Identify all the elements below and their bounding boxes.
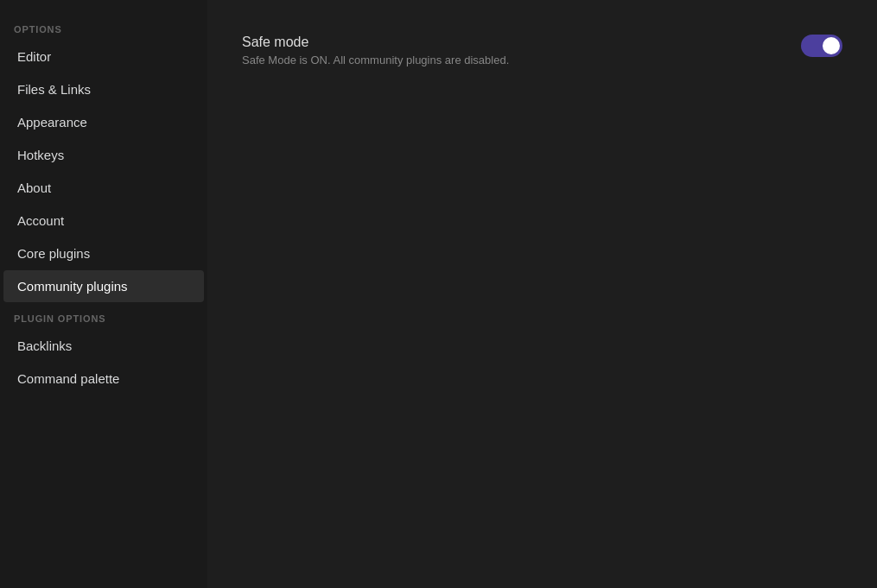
settings-modal: OPTIONSEditorFiles & LinksAppearanceHotk… [0,0,877,588]
sidebar-section-label: PLUGIN OPTIONS [0,303,207,329]
sidebar-section-label: OPTIONS [0,14,207,40]
setting-title: Safe mode [242,35,784,50]
sidebar: OPTIONSEditorFiles & LinksAppearanceHotk… [0,0,207,588]
sidebar-item-files-links[interactable]: Files & Links [3,73,204,105]
close-button[interactable] [841,10,865,35]
sidebar-item-community-plugins[interactable]: Community plugins [3,270,204,302]
sidebar-item-appearance[interactable]: Appearance [3,106,204,138]
sidebar-item-account[interactable]: Account [3,205,204,237]
setting-info: Safe modeSafe Mode is ON. All community … [242,35,801,66]
toggle-thumb [823,37,840,54]
toggle-safe-mode[interactable] [801,35,842,57]
sidebar-item-command-palette[interactable]: Command palette [3,363,204,395]
sidebar-item-about[interactable]: About [3,172,204,204]
sidebar-item-hotkeys[interactable]: Hotkeys [3,139,204,171]
setting-description: Safe Mode is ON. All community plugins a… [242,54,784,66]
main-content: Safe modeSafe Mode is ON. All community … [207,0,877,588]
sidebar-item-backlinks[interactable]: Backlinks [3,330,204,362]
setting-row-safe-mode: Safe modeSafe Mode is ON. All community … [242,35,842,66]
sidebar-item-core-plugins[interactable]: Core plugins [3,237,204,269]
sidebar-item-editor[interactable]: Editor [3,41,204,73]
